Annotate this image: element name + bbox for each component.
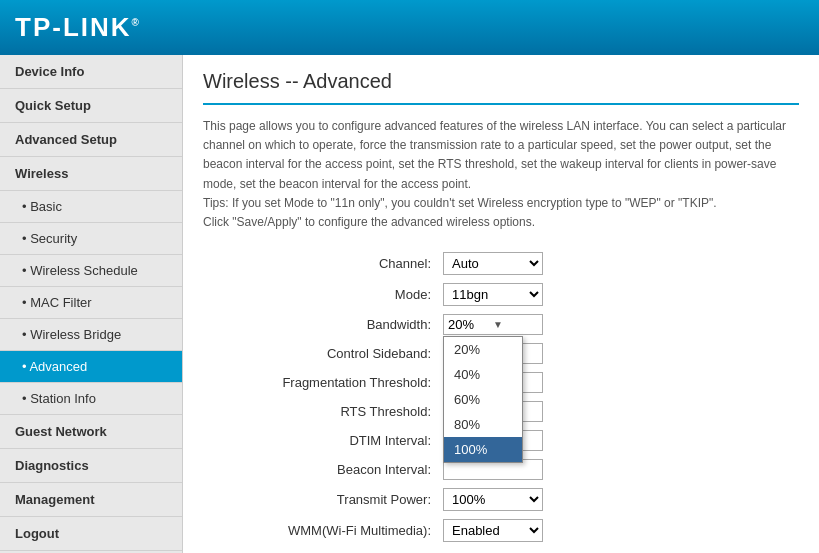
wmm-control: Enabled Disabled bbox=[443, 519, 543, 542]
wmm-label: WMM(Wi-Fi Multimedia): bbox=[223, 523, 443, 538]
bandwidth-option-20[interactable]: 20% bbox=[444, 337, 522, 362]
bandwidth-dropdown-list: 20% 40% 60% 80% 100% bbox=[443, 336, 523, 463]
sidebar-item-diagnostics[interactable]: Diagnostics bbox=[0, 449, 182, 483]
transmit-power-row: Transmit Power: 20% 40% 60% 80% 100% bbox=[223, 488, 799, 511]
sidebar-item-station-info[interactable]: Station Info bbox=[0, 383, 182, 415]
bandwidth-select-display[interactable]: 20% ▼ bbox=[443, 314, 543, 335]
bandwidth-option-100[interactable]: 100% bbox=[444, 437, 522, 462]
bandwidth-option-80[interactable]: 80% bbox=[444, 412, 522, 437]
content-area: Wireless -- Advanced This page allows yo… bbox=[183, 55, 819, 553]
sidebar-item-logout[interactable]: Logout bbox=[0, 517, 182, 551]
header: TP-LINK® bbox=[0, 0, 819, 55]
control-sideband-label: Control Sideband: bbox=[223, 346, 443, 361]
bandwidth-option-60[interactable]: 60% bbox=[444, 387, 522, 412]
sidebar-item-wireless-schedule[interactable]: Wireless Schedule bbox=[0, 255, 182, 287]
form: Channel: Auto 1234 5678 91011 Mode: 11bg… bbox=[223, 252, 799, 542]
bandwidth-control: 20% ▼ 20% 40% 60% 80% 100% bbox=[443, 314, 543, 335]
wmm-select[interactable]: Enabled Disabled bbox=[443, 519, 543, 542]
mode-label: Mode: bbox=[223, 287, 443, 302]
bandwidth-option-40[interactable]: 40% bbox=[444, 362, 522, 387]
channel-row: Channel: Auto 1234 5678 91011 bbox=[223, 252, 799, 275]
beacon-interval-label: Beacon Interval: bbox=[223, 462, 443, 477]
description: This page allows you to configure advanc… bbox=[203, 117, 799, 232]
channel-control: Auto 1234 5678 91011 bbox=[443, 252, 543, 275]
sidebar-item-device-info[interactable]: Device Info bbox=[0, 55, 182, 89]
sidebar-item-advanced[interactable]: Advanced bbox=[0, 351, 182, 383]
mode-row: Mode: 11bgn 11bg 11b 11g 11n only bbox=[223, 283, 799, 306]
bandwidth-dropdown-container[interactable]: 20% ▼ 20% 40% 60% 80% 100% bbox=[443, 314, 543, 335]
channel-select[interactable]: Auto 1234 5678 91011 bbox=[443, 252, 543, 275]
sidebar-item-mac-filter[interactable]: MAC Filter bbox=[0, 287, 182, 319]
sidebar-item-management[interactable]: Management bbox=[0, 483, 182, 517]
sidebar-item-basic[interactable]: Basic bbox=[0, 191, 182, 223]
divider bbox=[203, 103, 799, 105]
bandwidth-label: Bandwidth: bbox=[223, 317, 443, 332]
bandwidth-selected-value: 20% bbox=[448, 317, 493, 332]
logo-sup: ® bbox=[132, 17, 141, 28]
transmit-power-label: Transmit Power: bbox=[223, 492, 443, 507]
mode-select[interactable]: 11bgn 11bg 11b 11g 11n only bbox=[443, 283, 543, 306]
main-layout: Device Info Quick Setup Advanced Setup W… bbox=[0, 55, 819, 553]
sidebar-item-guest-network[interactable]: Guest Network bbox=[0, 415, 182, 449]
transmit-power-select[interactable]: 20% 40% 60% 80% 100% bbox=[443, 488, 543, 511]
page-title: Wireless -- Advanced bbox=[203, 70, 799, 93]
channel-label: Channel: bbox=[223, 256, 443, 271]
logo-brand: TP-LINK bbox=[15, 12, 132, 42]
sidebar-item-advanced-setup[interactable]: Advanced Setup bbox=[0, 123, 182, 157]
bandwidth-row: Bandwidth: 20% ▼ 20% 40% 60% 80% 100% bbox=[223, 314, 799, 335]
mode-control: 11bgn 11bg 11b 11g 11n only bbox=[443, 283, 543, 306]
wmm-row: WMM(Wi-Fi Multimedia): Enabled Disabled bbox=[223, 519, 799, 542]
bandwidth-arrow-icon: ▼ bbox=[493, 319, 538, 330]
dtim-interval-label: DTIM Interval: bbox=[223, 433, 443, 448]
fragmentation-threshold-label: Fragmentation Threshold: bbox=[223, 375, 443, 390]
rts-threshold-label: RTS Threshold: bbox=[223, 404, 443, 419]
logo: TP-LINK® bbox=[15, 12, 141, 43]
sidebar: Device Info Quick Setup Advanced Setup W… bbox=[0, 55, 183, 553]
sidebar-item-security[interactable]: Security bbox=[0, 223, 182, 255]
sidebar-item-quick-setup[interactable]: Quick Setup bbox=[0, 89, 182, 123]
transmit-power-control: 20% 40% 60% 80% 100% bbox=[443, 488, 543, 511]
sidebar-item-wireless-bridge[interactable]: Wireless Bridge bbox=[0, 319, 182, 351]
sidebar-item-wireless[interactable]: Wireless bbox=[0, 157, 182, 191]
